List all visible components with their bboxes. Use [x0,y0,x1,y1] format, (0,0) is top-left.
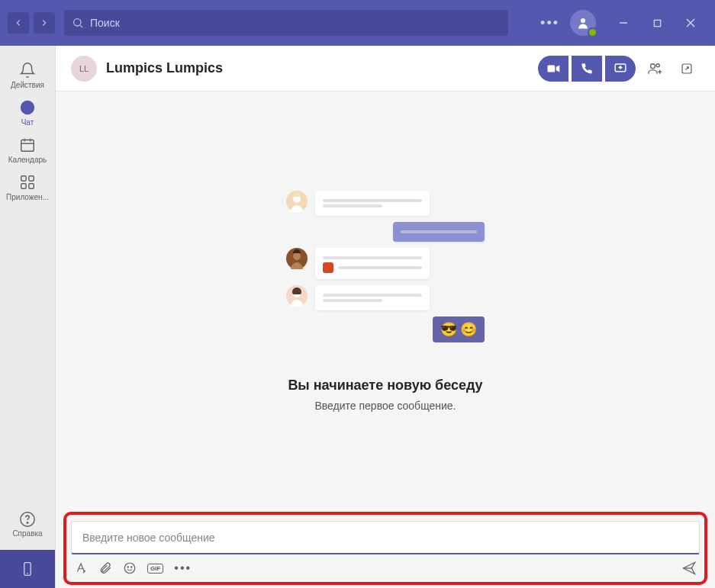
rail-item-help[interactable]: Справка [0,511,55,538]
close-button[interactable] [674,10,707,36]
emoji-icon [123,561,137,575]
phone-icon [581,63,593,75]
rail-label: Действия [11,81,44,89]
rail-label: Приложен... [6,193,49,201]
empty-state-illustration: 😎😊 [286,191,485,349]
chevron-right-icon [39,18,50,28]
add-people-button[interactable] [642,56,668,82]
send-icon [681,561,697,576]
attach-button[interactable] [98,561,112,575]
rail-item-activity[interactable]: Действия [0,56,55,94]
bell-icon [19,62,36,79]
empty-state-title: Вы начинаете новую беседу [288,378,482,394]
help-icon [19,511,36,528]
titlebar: ••• [0,0,715,46]
svg-rect-14 [21,184,26,188]
svg-rect-15 [29,184,34,188]
format-icon [74,561,88,575]
popout-button[interactable] [674,56,700,82]
gif-icon: GIF [147,564,163,574]
more-compose-button[interactable]: ••• [174,561,192,575]
send-button[interactable] [681,561,697,576]
chat-icon [19,99,36,116]
svg-point-24 [656,63,659,66]
svg-point-29 [293,252,301,260]
rail-item-apps[interactable]: Приложен... [0,169,55,206]
minimize-button[interactable] [607,10,640,36]
forward-button[interactable] [34,12,55,34]
empty-state-subtitle: Введите первое сообщение. [314,400,456,412]
person-icon [576,16,590,30]
main-panel: LL Lumpics Lumpics [55,46,715,588]
more-button[interactable]: ••• [540,15,559,31]
svg-marker-21 [556,65,560,72]
minimize-icon [619,18,628,27]
svg-rect-8 [21,140,34,152]
chevron-left-icon [13,18,24,28]
apps-icon [19,174,36,191]
presence-icon [588,27,597,37]
emoji-bubble-icon: 😎😊 [433,316,485,342]
message-input[interactable] [71,521,700,554]
chat-title: Lumpics Lumpics [106,60,223,76]
svg-point-0 [74,19,81,26]
maximize-icon [653,19,662,27]
rail-label: Чат [21,118,34,127]
popout-icon [680,62,694,76]
compose-toolbar: GIF ••• [71,561,700,576]
svg-point-32 [127,567,128,567]
rail-item-calendar[interactable]: Календарь [0,131,55,169]
svg-point-33 [131,567,132,567]
screen-share-icon [614,62,627,76]
svg-rect-13 [29,176,34,181]
svg-point-23 [651,63,655,68]
rail-label: Справка [12,529,42,538]
search-box[interactable] [64,10,508,36]
illu-avatar-icon [286,191,308,212]
video-call-button[interactable] [538,56,568,82]
app-rail: Действия Чат Календарь Приложен... Справ… [0,46,55,588]
format-button[interactable] [74,561,88,575]
svg-rect-12 [21,176,26,181]
attach-icon [98,561,112,575]
maximize-button[interactable] [640,10,674,36]
illu-avatar-icon [286,285,308,307]
audio-call-button[interactable] [572,56,602,82]
search-icon [72,17,84,29]
mobile-icon [20,561,35,577]
back-button[interactable] [8,12,29,34]
rail-label: Календарь [8,156,47,164]
video-icon [546,62,560,76]
contact-avatar[interactable]: LL [71,56,97,82]
gif-button[interactable]: GIF [147,564,163,574]
rail-item-chat[interactable]: Чат [0,94,55,131]
svg-point-31 [124,563,135,574]
compose-area: GIF ••• [56,510,715,588]
rail-mobile-button[interactable] [0,550,55,588]
svg-line-1 [80,25,82,27]
svg-point-7 [21,101,34,114]
svg-rect-4 [654,20,660,26]
chat-header: LL Lumpics Lumpics [56,46,715,92]
svg-rect-20 [548,65,556,72]
user-avatar[interactable] [570,10,596,36]
svg-point-2 [581,18,585,23]
close-icon [686,18,695,27]
call-buttons [538,56,636,82]
illu-avatar-icon [286,248,308,269]
emoji-button[interactable] [123,561,137,575]
calendar-icon [19,137,36,153]
screen-share-button[interactable] [605,56,636,82]
svg-point-17 [27,522,27,523]
empty-state: 😎😊 Вы начинаете новую беседу Введите пер… [56,92,715,510]
people-add-icon [647,61,662,76]
search-input[interactable] [90,17,501,29]
ellipsis-icon: ••• [174,561,192,575]
